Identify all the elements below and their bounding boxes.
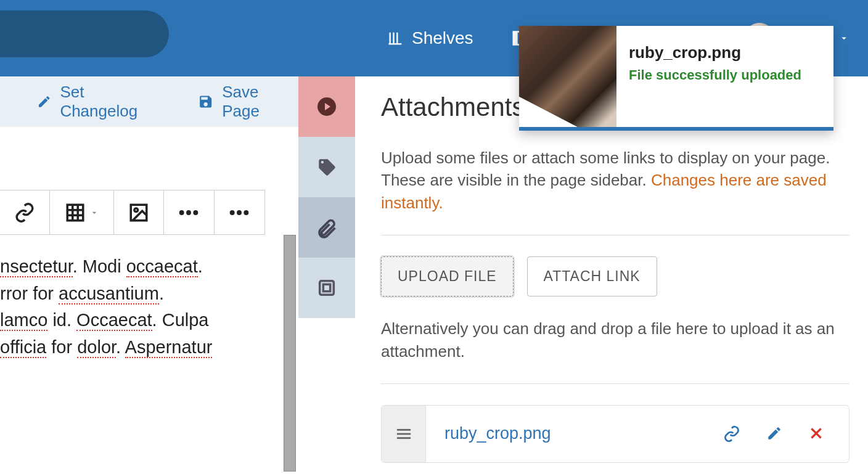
tab-callouts[interactable] [298, 76, 355, 137]
drag-icon [395, 428, 412, 440]
link-icon [14, 202, 35, 223]
attachment-actions [723, 425, 849, 443]
editor-toolbar [0, 190, 265, 235]
attachment-edit-button[interactable] [766, 425, 782, 443]
attachment-delete-button[interactable] [808, 425, 824, 443]
notification-thumbnail [519, 26, 616, 127]
drag-handle[interactable] [382, 406, 426, 462]
chevron-down-icon [838, 33, 850, 44]
tab-tags[interactable] [298, 137, 355, 197]
close-icon [808, 425, 824, 441]
svg-rect-20 [320, 281, 334, 295]
notification-status: File successfully uploaded [629, 67, 801, 83]
panel-description: Upload some files or attach some links t… [381, 147, 850, 214]
dots-icon [178, 210, 199, 216]
svg-point-17 [237, 210, 242, 215]
svg-point-12 [134, 208, 138, 211]
toolbar-image-button[interactable] [114, 190, 164, 234]
divider [381, 235, 850, 235]
svg-rect-21 [323, 284, 330, 291]
toolbar-table-button[interactable] [50, 190, 113, 234]
svg-rect-4 [513, 32, 517, 45]
upload-file-tab[interactable]: UPLOAD FILE [381, 256, 514, 296]
svg-point-15 [194, 210, 199, 215]
toolbar-link-button[interactable] [0, 190, 50, 234]
notification-title: ruby_crop.png [629, 43, 801, 62]
upload-notification: ruby_crop.png File successfully uploaded [519, 26, 833, 131]
svg-point-18 [244, 210, 249, 215]
attachment-tabs: UPLOAD FILE ATTACH LINK [381, 256, 850, 296]
svg-point-13 [179, 210, 184, 215]
toolbar-overflow-button[interactable] [215, 190, 264, 234]
table-icon [65, 202, 86, 223]
scrollbar[interactable] [284, 235, 296, 472]
link-icon [723, 425, 740, 443]
attach-link-tab[interactable]: ATTACH LINK [527, 256, 657, 296]
save-page-label: Save Page [222, 83, 298, 121]
image-icon [128, 202, 149, 223]
shelves-icon [387, 30, 404, 47]
svg-point-16 [230, 210, 235, 215]
search-input[interactable] [0, 10, 169, 57]
toolbar-more-button[interactable] [164, 190, 214, 234]
set-changelog-button[interactable]: Set Changelog [37, 83, 163, 121]
save-page-button[interactable]: Save Page [198, 83, 298, 121]
svg-point-14 [186, 210, 191, 215]
attachment-name[interactable]: ruby_crop.png [426, 424, 723, 443]
play-circle-icon [316, 96, 338, 118]
attachment-link-button[interactable] [723, 425, 740, 443]
template-icon [316, 277, 337, 298]
save-icon [198, 94, 213, 110]
tag-icon [316, 157, 337, 178]
editor-action-bar: Set Changelog Save Page [0, 76, 298, 127]
nav-shelves[interactable]: Shelves [387, 28, 473, 48]
editor-column: Set Changelog Save Page nsectetur. Modi … [0, 76, 298, 361]
editor-content[interactable]: nsectetur. Modi occaecat.rror for accusa… [0, 235, 284, 361]
notification-body: ruby_crop.png File successfully uploaded [616, 26, 814, 127]
dragdrop-hint: Alternatively you can drag and drop a fi… [381, 317, 850, 362]
pencil-icon [37, 94, 51, 109]
attachments-panel: Attachments Upload some files or attach … [381, 92, 850, 463]
attachment-icon [316, 216, 338, 239]
set-changelog-label: Set Changelog [60, 83, 163, 121]
divider [381, 383, 850, 384]
dots-icon [229, 210, 250, 216]
tab-attachments[interactable] [298, 197, 355, 258]
nav-shelves-label: Shelves [412, 28, 473, 48]
pencil-icon [766, 425, 782, 441]
sidebar-tabs [298, 76, 355, 318]
attachment-row: ruby_crop.png [381, 405, 850, 463]
chevron-down-icon [89, 208, 99, 218]
tab-templates[interactable] [298, 258, 355, 318]
svg-rect-6 [67, 205, 83, 221]
